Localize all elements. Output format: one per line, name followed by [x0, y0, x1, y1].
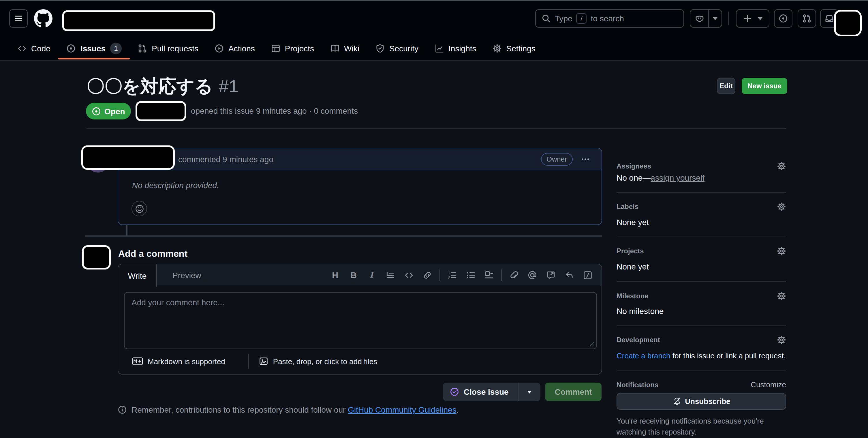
section-title: Labels: [617, 203, 639, 211]
sidebar-divider: [617, 281, 786, 282]
resize-handle[interactable]: [589, 342, 595, 347]
sidebar-divider: [617, 237, 786, 237]
comment-author-redacted[interactable]: [81, 145, 175, 170]
code-icon[interactable]: [400, 264, 418, 286]
section-title: Development: [617, 336, 660, 344]
section-title: Projects: [617, 247, 644, 255]
comment-button[interactable]: Comment: [545, 383, 601, 401]
new-issue-button[interactable]: New issue: [742, 78, 787, 94]
heading-icon[interactable]: H: [326, 264, 344, 286]
tab-wiki[interactable]: Wiki: [322, 37, 367, 60]
comment-composer: Write Preview H B I 12: [118, 264, 602, 375]
user-avatar-redacted[interactable]: [834, 10, 862, 36]
info-icon: [118, 405, 127, 414]
sidebar-section-projects: Projects: [617, 246, 786, 256]
sidebar-divider: [617, 370, 786, 371]
create-new-button[interactable]: [736, 9, 769, 28]
repo-breadcrumb-redacted[interactable]: [62, 10, 215, 31]
code-icon: [17, 44, 27, 53]
github-logo-icon: [34, 9, 53, 28]
cross-reference-icon[interactable]: [541, 264, 560, 286]
search-placeholder-prefix: Type: [555, 14, 572, 23]
tab-projects[interactable]: Projects: [263, 37, 322, 60]
markdown-icon[interactable]: [132, 357, 143, 365]
tab-label: Settings: [506, 44, 535, 53]
guidelines-note: Remember, contributions to this reposito…: [118, 405, 459, 414]
tasklist-icon[interactable]: [480, 264, 498, 286]
gear-icon: [493, 44, 502, 53]
comment-textarea[interactable]: Add your comment here...: [124, 292, 597, 349]
issue-opened-icon: [779, 14, 788, 23]
footer-separator: [248, 354, 249, 369]
italic-icon[interactable]: I: [363, 264, 381, 286]
issue-author-redacted[interactable]: [135, 101, 186, 121]
owner-badge: Owner: [541, 153, 573, 165]
close-issue-dropdown[interactable]: [519, 383, 540, 401]
play-icon: [215, 44, 224, 53]
tab-settings[interactable]: Settings: [485, 37, 544, 60]
timeline-connector: [126, 225, 127, 235]
tab-actions[interactable]: Actions: [207, 37, 263, 60]
reply-icon[interactable]: [560, 264, 579, 286]
sidebar-section-development: Development: [617, 335, 786, 345]
assign-yourself-link[interactable]: assign yourself: [651, 173, 705, 182]
link-icon[interactable]: [418, 264, 437, 286]
paste-note[interactable]: Paste, drop, or click to add files: [273, 357, 377, 366]
sidebar-section-milestone: Milestone: [617, 291, 786, 301]
tab-preview[interactable]: Preview: [157, 264, 217, 286]
gear-icon[interactable]: [777, 291, 786, 301]
guidelines-text: Remember, contributions to this reposito…: [131, 405, 459, 414]
labels-value: None yet: [617, 217, 786, 227]
community-guidelines-link[interactable]: GitHub Community Guidelines: [348, 405, 457, 414]
unsubscribe-button[interactable]: Unsubscribe: [617, 393, 786, 410]
app-header: Type / to search: [0, 0, 868, 37]
section-title: Milestone: [617, 292, 649, 300]
issues-header-button[interactable]: [774, 9, 793, 28]
slash-command-icon[interactable]: [579, 264, 597, 286]
issue-number: #1: [219, 73, 239, 100]
customize-link[interactable]: Customize: [751, 380, 786, 389]
kebab-menu-icon[interactable]: [581, 154, 590, 164]
gear-icon[interactable]: [777, 202, 786, 211]
issue-opened-icon: [67, 44, 76, 53]
unordered-list-icon[interactable]: [461, 264, 480, 286]
markdown-note[interactable]: Markdown is supported: [148, 357, 225, 366]
add-reaction-button[interactable]: [131, 201, 147, 216]
pull-request-icon: [802, 14, 811, 23]
book-icon: [330, 44, 339, 53]
milestone-value: No milestone: [617, 306, 786, 316]
hamburger-menu-button[interactable]: [9, 9, 28, 28]
gear-icon[interactable]: [777, 246, 786, 256]
comment-body: No description provided.: [132, 181, 219, 190]
svg-text:1: 1: [448, 271, 450, 275]
quote-icon[interactable]: [381, 264, 400, 286]
tab-write[interactable]: Write: [118, 264, 157, 287]
copilot-button[interactable]: [690, 9, 722, 28]
sidebar-section-assignees: Assignees: [617, 162, 786, 171]
tab-code[interactable]: Code: [9, 37, 59, 60]
edit-button[interactable]: Edit: [717, 78, 735, 94]
pull-requests-header-button[interactable]: [798, 9, 816, 28]
tab-pull-requests[interactable]: Pull requests: [130, 37, 207, 60]
close-issue-button[interactable]: Close issue: [443, 383, 518, 401]
comment-header: commented 9 minutes ago Owner: [118, 148, 601, 170]
gear-icon[interactable]: [777, 335, 786, 345]
create-branch-link[interactable]: Create a branch: [617, 351, 670, 360]
toolbar-separator: [439, 269, 440, 281]
mention-icon[interactable]: [523, 264, 541, 286]
github-issue-page: Type / to search Code: [0, 0, 868, 438]
create-new-caret: [758, 17, 763, 20]
issue-title: 〇〇を対応する #1: [87, 73, 239, 100]
plus-icon: [743, 14, 752, 23]
tab-label: Projects: [285, 44, 314, 53]
gear-icon[interactable]: [777, 162, 786, 171]
tab-issues[interactable]: Issues 1: [59, 37, 130, 60]
search-input[interactable]: Type / to search: [535, 9, 684, 28]
comment-placeholder: Add your comment here...: [131, 298, 224, 307]
ordered-list-icon[interactable]: 12: [443, 264, 461, 286]
tab-insights[interactable]: Insights: [427, 37, 485, 60]
bold-icon[interactable]: B: [344, 264, 363, 286]
tab-security[interactable]: Security: [367, 37, 427, 60]
attach-file-icon[interactable]: [505, 264, 523, 286]
markdown-toolbar: H B I 12: [326, 264, 601, 286]
